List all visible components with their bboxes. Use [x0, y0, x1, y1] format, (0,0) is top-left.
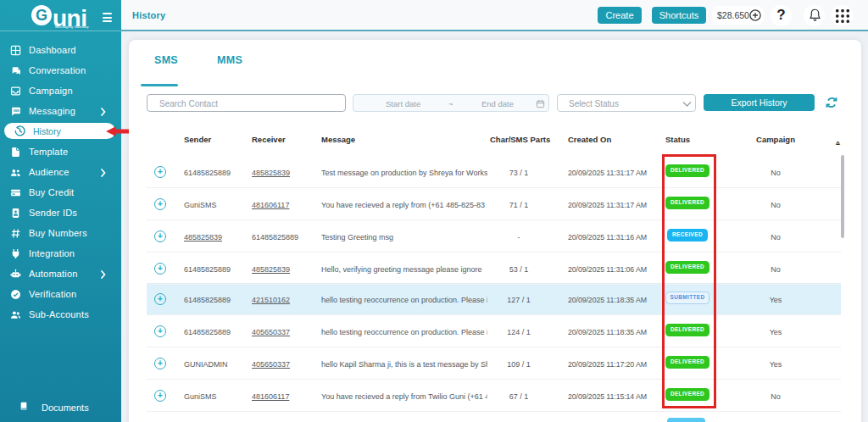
svg-text:SMS: SMS	[14, 109, 20, 113]
